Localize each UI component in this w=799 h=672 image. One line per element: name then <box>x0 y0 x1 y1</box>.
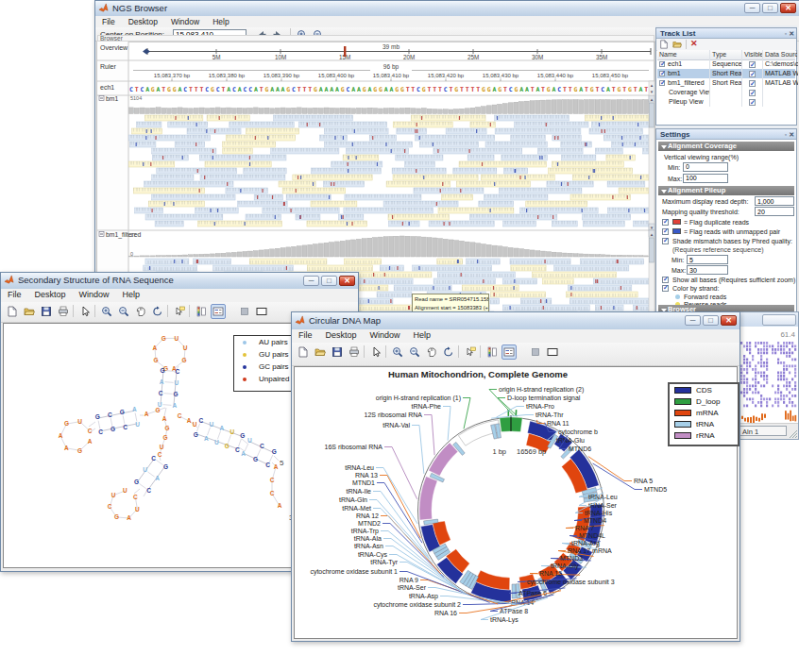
pan-tool-button[interactable] <box>133 304 148 319</box>
menu-help[interactable]: Help <box>407 329 438 341</box>
insert-colorbar-button[interactable] <box>484 344 500 360</box>
maximize-button[interactable]: □ <box>762 3 778 13</box>
zoom-out-button[interactable] <box>407 344 422 360</box>
close-button[interactable]: ✕ <box>339 276 355 286</box>
depth-input[interactable] <box>755 196 794 206</box>
column-header-type[interactable]: Type <box>710 50 742 59</box>
zoom-in-button[interactable] <box>99 304 114 319</box>
insert-legend-button[interactable] <box>502 344 517 360</box>
maximize-button[interactable]: □ <box>703 315 719 326</box>
undock-icon[interactable]: ◦ <box>785 131 787 138</box>
menu-help[interactable]: Help <box>116 289 147 300</box>
brush-tool-button[interactable] <box>528 344 543 360</box>
undock-icon[interactable]: ◦ <box>785 30 787 37</box>
save-button[interactable] <box>39 304 54 319</box>
titlebar-rna[interactable]: Secondary Structure of RNA Sequence ─ □ … <box>1 273 358 290</box>
track-row-ech1[interactable]: ech1SequenceC:\demos\chipseqpe... <box>657 59 795 69</box>
column-header-visible[interactable]: Visible <box>742 50 763 59</box>
menu-window[interactable]: Window <box>364 329 407 341</box>
save-button[interactable] <box>330 344 345 360</box>
close-button[interactable]: ✕ <box>780 3 796 13</box>
menu-desktop[interactable]: Desktop <box>28 289 73 300</box>
minimize-button[interactable]: ─ <box>685 315 701 326</box>
shade-mismatch-checkbox[interactable] <box>662 238 669 244</box>
new-figure-button[interactable] <box>5 304 20 319</box>
svg-text:30M: 30M <box>532 54 543 60</box>
rotate3d-button[interactable] <box>441 344 456 360</box>
visible-checkbox[interactable] <box>749 90 756 96</box>
menu-file[interactable]: File <box>292 329 319 341</box>
flag-unmapped-checkbox[interactable] <box>662 228 669 235</box>
section-alignment-coverage[interactable]: Alignment Coverage <box>658 142 794 151</box>
alignment-toolbar-button[interactable] <box>762 314 796 326</box>
svg-text:G: G <box>134 479 139 485</box>
phred-min-input[interactable] <box>687 255 728 264</box>
add-alignment-track-button[interactable] <box>672 39 683 50</box>
svg-text:G: G <box>498 86 502 93</box>
zoom-in-button[interactable] <box>390 344 405 360</box>
track-list-header[interactable]: Track List ◦ ✕ <box>656 28 796 39</box>
track-row-pileup-view[interactable]: Pileup View <box>657 97 795 107</box>
insert-legend-button[interactable] <box>211 304 226 319</box>
svg-text:C: C <box>292 86 296 93</box>
visible-checkbox[interactable] <box>749 99 756 106</box>
feature-label: tRNA-Gly <box>551 563 579 570</box>
titlebar-circular[interactable]: Circular DNA Map ─ □ ✕ <box>292 312 740 330</box>
pan-tool-button[interactable] <box>424 344 439 360</box>
close-panel-icon[interactable]: ✕ <box>789 30 794 37</box>
visible-checkbox[interactable] <box>749 61 756 68</box>
coverage-min-input[interactable] <box>683 162 728 172</box>
flag-duplicate-checkbox[interactable] <box>662 219 669 226</box>
open-file-button[interactable] <box>22 304 37 319</box>
delete-track-icon[interactable]: ✕ <box>690 39 698 48</box>
menu-file[interactable]: File <box>1 289 28 300</box>
visible-checkbox[interactable] <box>749 80 756 87</box>
section-alignment-pileup[interactable]: Alignment Pileup <box>658 186 794 195</box>
menu-desktop[interactable]: Desktop <box>319 329 364 341</box>
track-row-coverage-view[interactable]: Coverage View <box>657 88 795 97</box>
resize-grip[interactable] <box>788 428 797 438</box>
phred-max-input[interactable] <box>687 265 728 275</box>
new-figure-button[interactable] <box>296 344 311 360</box>
menu-desktop[interactable]: Desktop <box>122 16 164 27</box>
rotate3d-button[interactable] <box>150 304 165 319</box>
cursor-tool-button[interactable] <box>77 304 93 319</box>
coverage-max-input[interactable] <box>683 174 728 183</box>
zoom-out-button[interactable] <box>116 304 131 319</box>
titlebar-ngs[interactable]: NGS Browser ─ □ ✕ <box>95 1 799 17</box>
brush-tool-button[interactable] <box>237 304 252 319</box>
insert-colorbar-button[interactable] <box>194 304 209 319</box>
close-button[interactable]: ✕ <box>721 315 737 326</box>
print-button[interactable] <box>347 344 362 360</box>
minimize-button[interactable]: ─ <box>744 3 760 13</box>
add-sequence-track-button[interactable] <box>658 39 670 50</box>
print-button[interactable] <box>56 304 71 319</box>
menu-file[interactable]: File <box>95 16 122 27</box>
dock-figure-button[interactable] <box>545 344 560 360</box>
dock-figure-button[interactable] <box>254 304 269 319</box>
settings-header[interactable]: Settings ◦ ✕ <box>656 129 796 140</box>
minimize-button[interactable]: ─ <box>303 276 319 286</box>
svg-text:G: G <box>194 431 198 438</box>
open-file-button[interactable] <box>313 344 328 360</box>
cursor-tool-button[interactable] <box>368 344 383 360</box>
track-row-bm1_filtered[interactable]: bm1_filteredShort Read ...MATLAB Workspa… <box>657 78 795 88</box>
feature-label: RNA 12 <box>356 512 379 519</box>
close-panel-icon[interactable]: ✕ <box>789 131 794 138</box>
quality-input[interactable] <box>755 207 794 216</box>
visible-checkbox[interactable] <box>749 71 756 77</box>
data-cursor-button[interactable] <box>463 344 478 360</box>
maximize-button[interactable]: □ <box>321 276 337 286</box>
menu-help[interactable]: Help <box>206 16 235 27</box>
color-strand-checkbox[interactable] <box>662 285 669 292</box>
track-row-bm1[interactable]: bm1Short Read ...MATLAB Workspace <box>657 69 795 78</box>
window-title: Circular DNA Map <box>309 315 381 326</box>
menu-window[interactable]: Window <box>73 289 116 300</box>
column-header-name[interactable]: Name <box>657 50 710 59</box>
column-header-data-source[interactable]: Data Source <box>763 50 798 59</box>
data-cursor-button[interactable] <box>172 304 187 319</box>
menu-window[interactable]: Window <box>164 16 206 27</box>
forward-label: Forward reads <box>684 294 726 300</box>
show-bases-checkbox[interactable] <box>662 277 669 283</box>
svg-text:C: C <box>243 86 246 93</box>
